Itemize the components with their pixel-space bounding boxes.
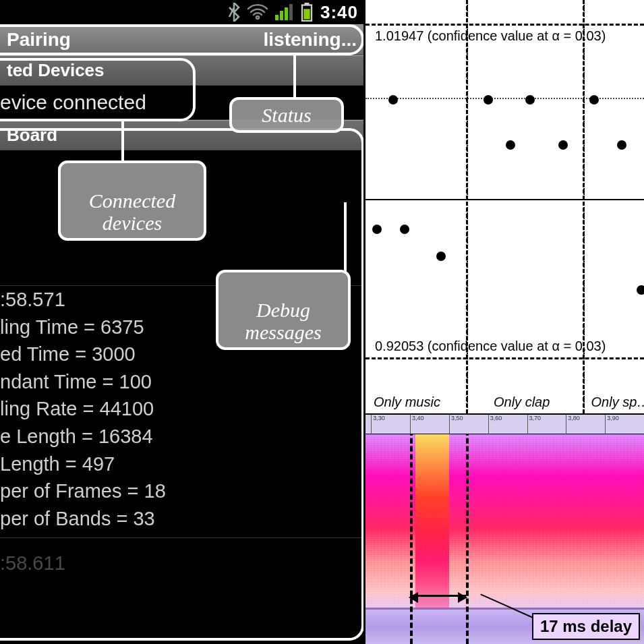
callout-debug-connector [344,202,347,272]
spectrogram: 17 ms delay [365,434,644,644]
svg-rect-0 [275,15,279,20]
callout-connected-devices-text: Connected devices [89,189,175,234]
callout-status-text: Status [262,104,311,126]
data-point [525,95,535,105]
scatter-chart: 1.01947 (confidence value at α = 0.03) 0… [365,0,644,415]
android-status-bar: 3:40 [0,0,363,24]
connected-devices-label: ted Devices [7,60,105,81]
android-screenshot-panel: 3:40 Pairing listening... ted Devices ev… [0,0,363,644]
data-point [589,95,599,105]
gridline [365,98,644,99]
debug-line-trailer: :58.611 [0,550,363,577]
callout-connected-devices: Connected devices [58,160,206,241]
spec-tick: 3,40 [410,415,424,434]
callout-status-connector [293,54,296,98]
battery-icon [300,3,314,22]
chart-and-spectrogram-panel: 1.01947 (confidence value at α = 0.03) 0… [363,0,644,644]
data-point [372,225,382,234]
pairing-header: Pairing listening... [0,24,363,55]
spec-tick: 3,60 [488,415,502,434]
upper-annotation: 1.01947 (confidence value at α = 0.03) [375,28,606,44]
x-region-label: Only clap [494,394,550,410]
pairing-status: listening... [264,29,357,51]
data-point [617,140,626,150]
callout-devices-connector [121,121,124,162]
spec-tick: 3,80 [566,415,580,434]
delay-arrow [410,595,466,597]
data-point [400,225,409,234]
delay-label-text: 17 ms delay [540,617,632,635]
delay-label: 17 ms delay [532,613,640,640]
svg-rect-3 [289,4,293,20]
signal-icon [274,4,293,20]
debug-line: ling Rate = 44100 [0,395,363,423]
pairing-title: Pairing [7,29,71,51]
debug-line: Length = 497 [0,450,363,478]
midline [365,199,644,200]
wifi-icon [247,4,268,20]
bluetooth-icon [227,3,241,22]
board-label: Board [7,125,57,146]
x-region-label: Only sp… [591,394,644,410]
debug-line: e Length = 16384 [0,423,363,450]
data-point [436,252,446,261]
spec-tick: 3,30 [371,415,385,434]
data-point [506,140,515,150]
spectrogram-marker-a [410,434,413,644]
debug-line: ndant Time = 100 [0,368,363,396]
debug-line: per of Bands = 33 [0,505,363,533]
data-point [558,140,568,150]
upper-confidence-line [365,24,644,26]
device-connected-text: evice connected [0,91,146,113]
svg-rect-2 [285,7,288,20]
lower-confidence-line [365,357,644,359]
spec-tick: 3,50 [449,415,463,434]
data-point [484,95,493,105]
data-point [388,95,398,105]
callout-debug: Debug messages [216,270,351,350]
spec-tick: 3,90 [605,415,619,434]
spectrogram-time-axis: 3,30 3,40 3,50 3,60 3,70 3,80 3,90 [365,415,644,435]
svg-rect-6 [303,9,310,19]
callout-status: Status [229,97,344,133]
spec-tick: 3,70 [527,415,541,434]
svg-rect-1 [280,11,283,20]
lower-annotation: 0.92053 (confidence value at α = 0.03) [375,339,606,354]
status-bar-clock: 3:40 [320,2,358,23]
callout-debug-text: Debug messages [245,299,321,343]
data-point [637,285,644,295]
debug-line: per of Frames = 18 [0,477,363,505]
connected-devices-header: ted Devices [0,55,363,86]
spectrogram-marker-b [466,434,469,644]
x-region-label: Only music [374,394,440,410]
